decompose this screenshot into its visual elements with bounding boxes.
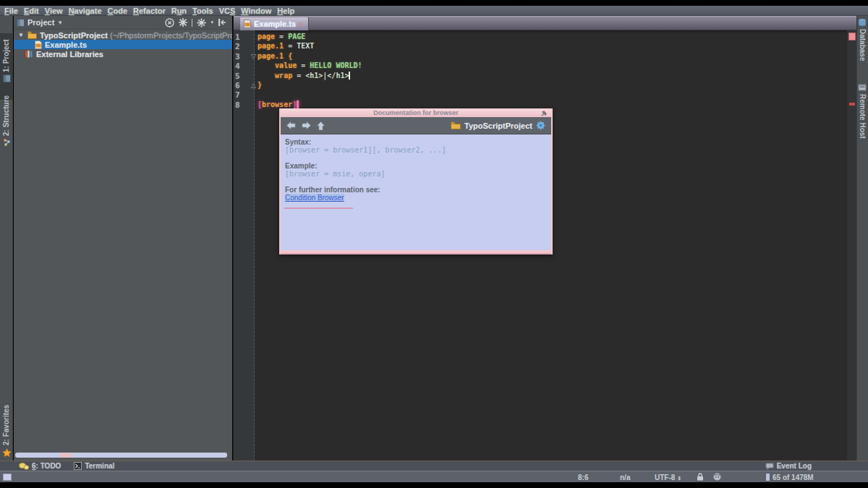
fold-marker-icon[interactable]: ▽ — [251, 53, 256, 60]
project-root-icon — [27, 31, 37, 39]
tool-button-event-log[interactable]: Event Log — [765, 462, 812, 470]
gear-icon[interactable] — [197, 18, 206, 27]
favorites-star-icon[interactable] — [2, 448, 12, 458]
code-line-4[interactable]: value = HELLO WORLD! — [258, 61, 362, 72]
code-line-2[interactable]: page.1 = TEXT — [258, 42, 314, 52]
tool-button-remote-host[interactable]: Remote Host — [859, 94, 867, 139]
forward-arrow-icon[interactable] — [302, 121, 311, 129]
horizontal-scrollbar[interactable] — [15, 453, 227, 458]
code-line-1[interactable]: page = PAGE — [258, 33, 305, 43]
toolbar-separator — [192, 19, 192, 27]
line-number: 5 — [235, 72, 240, 81]
error-stripe-status-square[interactable] — [848, 33, 856, 40]
line-number: 2 — [235, 42, 240, 51]
code-line-5[interactable]: wrap = <h1>|</h1> — [258, 72, 350, 82]
menu-tools[interactable]: Tools — [190, 7, 216, 15]
project-tool-icon[interactable] — [3, 74, 11, 82]
error-stripe-line-mark[interactable] — [849, 103, 855, 106]
tab-example-ts[interactable]: Example.ts × — [240, 17, 309, 30]
event-log-icon — [765, 463, 774, 470]
hide-panel-icon[interactable] — [218, 18, 226, 27]
gear-dropdown-caret[interactable]: ▾ — [210, 20, 213, 25]
toggle-stripes-button[interactable] — [3, 474, 12, 481]
project-pane-icon — [17, 19, 25, 27]
doc-heading: Syntax: — [285, 138, 547, 146]
menu-window[interactable]: Window — [238, 7, 274, 15]
tree-row-example-ts[interactable]: Example.ts — [14, 40, 232, 49]
tool-button-todo[interactable]: 6: TODO — [19, 462, 61, 470]
menu-view[interactable]: View — [42, 7, 66, 15]
menu-refactor[interactable]: Refactor — [130, 7, 169, 15]
file-icon — [35, 40, 42, 49]
structure-tool-icon[interactable] — [3, 138, 11, 146]
link-underline-artifact — [284, 207, 353, 209]
tree-label: Example.ts — [45, 40, 87, 49]
typoscript-file-icon — [244, 20, 251, 28]
line-number: 7 — [235, 90, 240, 100]
line-number: 1 — [235, 33, 240, 42]
menu-help[interactable]: Help — [274, 7, 297, 15]
line-number: 6 — [235, 81, 240, 90]
fold-marker-icon[interactable]: △ — [251, 82, 256, 89]
popup-project-label: TypoScriptProject — [464, 121, 532, 130]
chevron-down-icon[interactable]: ▼ — [57, 20, 63, 26]
up-arrow-icon[interactable] — [317, 121, 325, 130]
libraries-icon — [25, 50, 33, 58]
error-stripe — [846, 30, 856, 461]
menu-run[interactable]: Run — [169, 7, 190, 15]
caret-position-widget[interactable]: 8:6 — [578, 474, 588, 481]
code-line-6[interactable]: } — [258, 81, 262, 91]
tool-button-project[interactable]: 1: Project — [2, 39, 10, 72]
todo-icon — [19, 463, 29, 470]
popup-title-bar[interactable]: Documentation for browser — [281, 108, 551, 117]
menu-file[interactable]: File — [1, 7, 21, 15]
database-icon[interactable] — [858, 18, 867, 27]
editor-tab-bar: Example.ts × — [234, 16, 856, 30]
remote-host-icon[interactable] — [858, 83, 867, 92]
documentation-popup: Documentation for browser — [279, 108, 553, 254]
status-bar: 8:6 n/a UTF-8 ⇕ 65 of 1478M — [0, 471, 868, 482]
project-panel-title[interactable]: Project — [27, 18, 54, 27]
memory-usage-bar[interactable] — [766, 474, 770, 481]
menu-vcs[interactable]: VCS — [216, 7, 239, 15]
menu-edit[interactable]: Edit — [21, 7, 42, 15]
line-number: 3 — [235, 52, 240, 61]
back-arrow-icon[interactable] — [286, 121, 296, 129]
popup-title: Documentation for browser — [373, 109, 459, 116]
tool-button-terminal[interactable]: Terminal — [74, 462, 114, 470]
doc-code: [browser = msie, opera] — [285, 170, 547, 178]
code-line-3[interactable]: page.1 { — [258, 52, 292, 62]
text-caret — [349, 72, 350, 80]
menu-code[interactable]: Code — [105, 7, 131, 15]
collapse-all-icon[interactable] — [179, 18, 187, 27]
doc-section: Syntax:[browser = browser1][, browser2, … — [285, 138, 547, 154]
doc-code: [browser = browser1][, browser2, ...] — [285, 146, 547, 154]
close-circle-icon[interactable] — [165, 18, 174, 27]
tree-label: External Libraries — [36, 50, 103, 59]
project-folder-icon — [451, 121, 461, 129]
menu-bar: FileEditViewNavigateCodeRefactorRunTools… — [0, 6, 868, 16]
expand-arrow-icon[interactable]: ▼ — [17, 32, 25, 38]
tool-button-structure[interactable]: 2: Structure — [2, 95, 10, 136]
menu-navigate[interactable]: Navigate — [66, 7, 105, 15]
project-tool-window: Project ▼ ▾ ▼TypoScriptProject (~/Phps — [14, 16, 232, 461]
inspections-hector-icon[interactable] — [712, 472, 722, 481]
line-separator-widget[interactable]: n/a — [620, 474, 630, 481]
pin-icon[interactable] — [541, 110, 548, 116]
encoding-widget[interactable]: UTF-8 ⇕ — [655, 474, 681, 481]
tool-button-database[interactable]: Database — [859, 29, 867, 61]
lock-icon[interactable] — [697, 473, 704, 481]
project-tree: ▼TypoScriptProject (~/PhpstormProjects/T… — [14, 30, 232, 59]
memory-indicator[interactable]: 65 of 1478M — [773, 474, 814, 481]
tab-label[interactable]: Example.ts — [254, 20, 296, 28]
left-tool-stripe — [0, 16, 13, 461]
popup-gear-icon[interactable] — [536, 121, 545, 130]
tool-button-favorites[interactable]: 2: Favorites — [2, 405, 10, 445]
doc-link[interactable]: Condition Browser — [285, 194, 344, 202]
line-number: 4 — [235, 61, 240, 71]
tree-row-external-libraries[interactable]: External Libraries — [14, 49, 232, 59]
project-panel-header: Project ▼ ▾ — [14, 16, 232, 30]
tree-row-typoscriptproject[interactable]: ▼TypoScriptProject (~/PhpstormProjects/T… — [14, 30, 232, 40]
tab-close-icon[interactable]: × — [299, 20, 303, 28]
text-caret-error — [297, 100, 299, 108]
